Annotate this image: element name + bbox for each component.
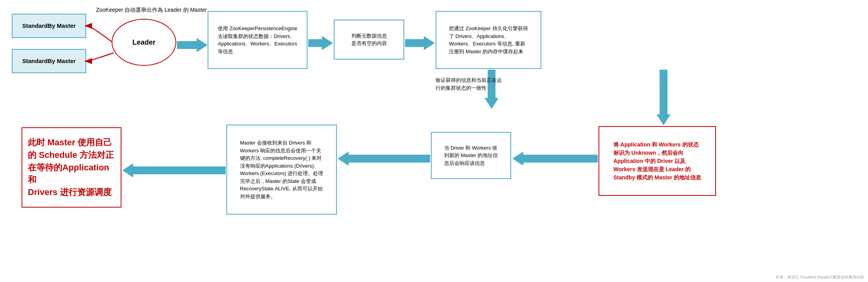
box-driver-workers: 当 Driver 和 Workers 收 到新的 Master 的地址信 息后会…	[431, 132, 511, 179]
watermark: 作者：朱培弘 Cloudera Impala大数据实时查询分析	[776, 274, 864, 280]
box-persistence: 使用 ZooKeeperPersistenceEngine 去读取集群的状态数据…	[208, 11, 307, 69]
arrow-leader-box1	[177, 38, 208, 52]
box-judge: 判断元数据信息 是否有空的内容	[334, 20, 404, 60]
box-schedule: 此时 Master 使用自己 的 Schedule 方法对正 在等待的Appli…	[22, 127, 121, 208]
arrow-box6-box7	[122, 163, 226, 177]
box-complete-recovery: Master 会接收到来自 Drivers 和 Workers 响应的信息后会使…	[226, 125, 337, 215]
arrow-box2-box3	[405, 36, 435, 50]
verify-label: 验证获得的信息和当前正在运 行的集群状态的一致性	[436, 76, 502, 92]
arrow-verify-down	[656, 70, 671, 125]
arrow-box4-box5	[512, 152, 598, 166]
box-unknown-state: 将 Application 和 Workers 的状态 标识为 Unknown，…	[599, 126, 716, 196]
arrow-box1-box2	[308, 36, 333, 50]
arrow-box5-box6	[338, 152, 430, 166]
diagram-container: ZooKeeper 自动選舉出作為 Leader 的 Master Standa…	[0, 0, 868, 282]
leader-oval: Leader	[112, 19, 176, 66]
box-reregister: 把通过 ZooKeeper 持久化引擎获得 了 Drivers、Applicat…	[436, 11, 541, 69]
